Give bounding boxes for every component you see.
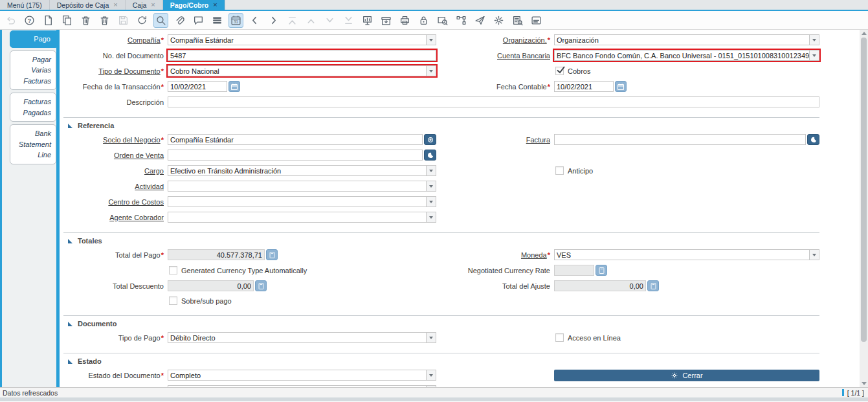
chevron-down-icon[interactable] <box>426 166 436 175</box>
close-tab-icon[interactable]: × <box>113 1 117 8</box>
estado-documento-select[interactable]: Completo <box>168 370 436 381</box>
collapse-section-icon[interactable] <box>68 322 72 326</box>
process-icon[interactable] <box>491 13 506 28</box>
zoom-across-icon[interactable] <box>435 13 450 28</box>
payment-related-select[interactable] <box>168 385 436 387</box>
field-label-actividad[interactable]: Actividad <box>63 183 164 190</box>
generated-currency-checkbox[interactable] <box>169 266 177 274</box>
help-icon[interactable]: ? <box>22 13 37 28</box>
calendar-icon[interactable]: 31 <box>228 13 243 28</box>
fecha-transaccion-input[interactable] <box>168 81 227 92</box>
calendar-picker-icon[interactable] <box>615 81 627 92</box>
calculator-icon[interactable] <box>647 280 659 291</box>
delete-record-icon[interactable] <box>78 13 93 28</box>
window-tab-pago-cobro[interactable]: Pago/Cobro × <box>163 0 225 10</box>
field-label-cargo[interactable]: Cargo <box>63 167 164 175</box>
next-record-icon[interactable] <box>266 13 281 28</box>
attachment-icon[interactable] <box>172 13 187 28</box>
chat-icon[interactable] <box>191 13 206 28</box>
chevron-down-icon[interactable] <box>426 386 436 387</box>
print-icon[interactable] <box>397 13 412 28</box>
find-icon[interactable] <box>153 13 168 28</box>
record-zoom-icon[interactable] <box>807 134 819 145</box>
previous-record-icon[interactable] <box>247 13 262 28</box>
field-label-socio-negocio[interactable]: Socio del Negocio* <box>63 136 164 144</box>
acceso-linea-checkbox[interactable] <box>555 333 564 342</box>
field-label-centro-costos[interactable]: Centro de Costos <box>63 198 164 206</box>
factura-input[interactable] <box>554 134 806 145</box>
scrollbar-thumb[interactable] <box>861 38 867 342</box>
field-label-orden-venta[interactable]: Orden de Venta <box>63 151 164 159</box>
business-partner-info-icon[interactable] <box>424 134 436 145</box>
archive-icon[interactable] <box>379 13 394 28</box>
socio-negocio-input[interactable] <box>168 134 423 145</box>
send-icon[interactable] <box>473 13 487 28</box>
report-icon[interactable] <box>360 13 375 28</box>
descripcion-input[interactable] <box>168 96 819 107</box>
fecha-contable-input[interactable] <box>554 81 614 92</box>
calendar-picker-icon[interactable] <box>228 81 240 92</box>
field-label-tipo-documento[interactable]: Tipo de Documento* <box>63 67 164 75</box>
refresh-icon[interactable] <box>135 13 150 28</box>
record-zoom-icon[interactable] <box>424 150 436 161</box>
chevron-down-icon[interactable] <box>426 197 436 207</box>
negotiated-rate-input[interactable] <box>554 265 594 276</box>
window-tab-deposito-de-caja[interactable]: Depósito de Caja × <box>50 0 126 10</box>
calculator-icon[interactable] <box>255 280 267 291</box>
collapse-section-icon[interactable] <box>68 359 72 364</box>
collapse-section-icon[interactable] <box>68 124 72 128</box>
export-icon[interactable] <box>510 13 525 28</box>
cerrar-button[interactable]: Cerrar <box>554 370 819 381</box>
workflow-icon[interactable] <box>454 13 469 28</box>
agente-cobrador-select[interactable] <box>168 212 436 223</box>
chevron-down-icon[interactable] <box>426 35 436 45</box>
grid-toggle-icon[interactable] <box>210 13 225 28</box>
calculator-icon[interactable] <box>595 265 607 276</box>
copy-record-icon[interactable] <box>60 13 74 28</box>
chevron-down-icon[interactable] <box>426 181 436 191</box>
calculator-icon[interactable] <box>266 249 278 260</box>
chevron-down-icon[interactable] <box>426 370 436 380</box>
moneda-select[interactable]: VES <box>554 249 819 260</box>
chevron-down-icon[interactable] <box>809 250 819 260</box>
compania-select[interactable]: Compañía Estándar <box>168 34 436 45</box>
scroll-up-icon[interactable] <box>862 32 867 35</box>
tipo-documento-select[interactable]: Cobro Nacional <box>168 65 436 76</box>
field-label-factura[interactable]: Factura <box>440 136 550 144</box>
chevron-down-icon[interactable] <box>426 212 436 222</box>
cargo-select[interactable]: Efectivo en Tránsito Administración <box>168 165 436 176</box>
chevron-down-icon[interactable] <box>809 50 819 60</box>
new-record-icon[interactable] <box>41 13 56 28</box>
window-tab-caja[interactable]: Caja × <box>126 0 163 10</box>
total-ajuste-input[interactable] <box>554 280 646 291</box>
centro-costos-select[interactable] <box>168 196 436 207</box>
anticipo-checkbox[interactable] <box>555 166 564 175</box>
sidebar-tab-pagar-varias-facturas[interactable]: Pagar Varias Facturas <box>10 50 56 91</box>
organizacion-select[interactable]: Organización <box>554 34 819 45</box>
window-tab-menu[interactable]: Menú (175) <box>0 0 50 10</box>
field-label-compania[interactable]: Compañía* <box>63 36 164 44</box>
field-label-cuenta-bancaria[interactable]: Cuenta Bancaria <box>440 52 550 60</box>
field-label-agente-cobrador[interactable]: Agente Cobrador <box>63 214 164 221</box>
close-tab-icon[interactable]: × <box>213 1 217 8</box>
sidebar-tab-bank-statement-line[interactable]: Bank Statement Line <box>10 124 56 164</box>
sidebar-tab-facturas-pagadas[interactable]: Facturas Pagadas <box>10 93 56 122</box>
cuenta-bancaria-select[interactable]: BFC Banco Fondo Común, C.A. Banco Univer… <box>554 50 819 61</box>
cobros-checkbox[interactable] <box>555 67 564 75</box>
collapse-section-icon[interactable] <box>68 239 72 243</box>
actividad-select[interactable] <box>168 181 436 192</box>
field-label-payment-related[interactable]: Payment Related <box>63 387 164 388</box>
orden-venta-input[interactable] <box>168 150 423 161</box>
no-documento-input[interactable] <box>168 50 436 61</box>
tipo-pago-select[interactable]: Débito Directo <box>168 332 436 343</box>
total-pago-input[interactable] <box>168 249 265 260</box>
delete-selection-icon[interactable] <box>97 13 112 28</box>
total-descuento-input[interactable] <box>168 280 254 291</box>
field-label-moneda[interactable]: Moneda* <box>440 251 550 259</box>
chevron-down-icon[interactable] <box>809 35 819 45</box>
scroll-down-icon[interactable] <box>862 382 867 385</box>
quick-form-icon[interactable] <box>529 13 544 28</box>
field-label-organizacion[interactable]: Organización.* <box>440 36 550 44</box>
vertical-scrollbar[interactable] <box>860 30 868 387</box>
chevron-down-icon[interactable] <box>426 66 436 76</box>
